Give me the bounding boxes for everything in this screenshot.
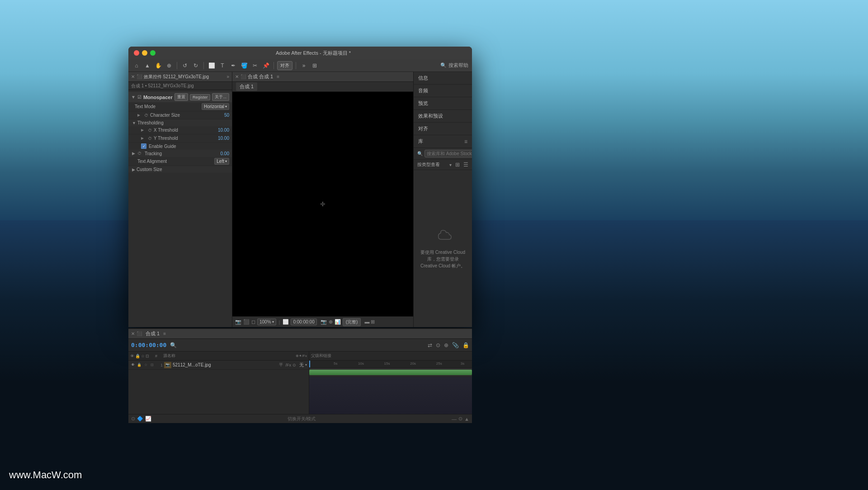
text-tool-icon[interactable]: T [218, 61, 227, 70]
panel-menu-icon[interactable]: » [226, 74, 229, 79]
library-search-input[interactable] [425, 150, 472, 157]
effect-controls-title: 效果控件 52112_MYGx3oTE.jpg [144, 74, 225, 80]
tracking-label: Tracking [145, 151, 162, 156]
ruler-25s: 25s [436, 362, 442, 366]
paint-tool-icon[interactable]: 🪣 [240, 61, 249, 70]
tracking-value[interactable]: 0.00 [221, 151, 229, 156]
library-search-area: 🔍 [414, 148, 472, 160]
y-thresh-expand[interactable]: ▶ [141, 136, 146, 140]
char-size-expand[interactable]: ▶ [137, 113, 142, 117]
ruler-5s: 5s [334, 362, 337, 366]
layer-1-track-bar[interactable] [309, 370, 472, 375]
minimize-button[interactable] [142, 50, 147, 56]
align-button[interactable]: 对齐 [277, 61, 292, 70]
plugin-reset-btn[interactable]: 重置 [175, 93, 188, 101]
x-thresh-expand[interactable]: ▶ [141, 128, 146, 132]
pin-tool-icon[interactable]: 📌 [261, 61, 270, 70]
plugin-about-btn[interactable]: 关于... [212, 93, 229, 101]
comp-footer-frame-icon: ⬜ [283, 319, 289, 325]
creative-cloud-icon [434, 228, 452, 245]
x-threshold-value[interactable]: 10.00 [218, 128, 229, 133]
enable-guide-checkbox[interactable]: ✓ [141, 143, 146, 149]
graph-editor-icon[interactable]: 📈 [145, 416, 151, 422]
undo-icon[interactable]: ↺ [180, 61, 189, 70]
toggle-switches-label[interactable]: 切换开关/模式 [288, 416, 316, 422]
close-button[interactable] [134, 50, 139, 56]
tl-ctrl-2[interactable]: ⊙ [436, 342, 440, 348]
preview-panel-item[interactable]: 预览 [414, 97, 472, 110]
plugin-check-icon[interactable]: ☑ [137, 95, 142, 100]
hand-tool-icon[interactable]: ✋ [154, 61, 163, 70]
playhead-indicator [309, 361, 310, 367]
info-panel-item[interactable]: 信息 [414, 72, 472, 85]
frame-blend-icon[interactable]: 🔷 [137, 416, 143, 422]
zoom-slider-icon[interactable]: ⊙ [458, 416, 462, 422]
view-type-label: 按类型查看 [417, 162, 448, 168]
panel-collapse-icon[interactable]: ⬛ [137, 74, 142, 79]
tl-ctrl-3[interactable]: ⊕ [444, 342, 448, 348]
view-chevron-icon[interactable]: ▾ [449, 162, 452, 167]
grid-view-icon[interactable]: ⊞ [455, 162, 460, 168]
col-lock-icon: 🔒 [135, 354, 140, 358]
timeline-controls: 0:00:00:00 🔍 ⇄ ⊙ ⊕ 📎 🔒 [128, 339, 472, 352]
text-mode-label: Text Mode [135, 104, 202, 109]
alignment-chevron-icon: ▾ [225, 159, 227, 163]
zoom-tool-icon[interactable]: ⊕ [165, 61, 174, 70]
maximize-button[interactable] [150, 50, 156, 56]
layer-lock-icon[interactable]: 🔒 [137, 362, 142, 368]
plugin-register-btn[interactable]: Register [190, 94, 211, 100]
composition-viewport[interactable]: ✛ [232, 92, 413, 316]
pen-tool-icon[interactable]: ✒ [229, 61, 238, 70]
effects-presets-item[interactable]: 效果和预设 [414, 110, 472, 123]
timeline-tracks: 5s 10s 15s 20s 25s 3s [309, 361, 472, 414]
text-mode-dropdown[interactable]: Horizontal ▾ [202, 103, 229, 110]
align-panel-item[interactable]: 对齐 [414, 123, 472, 135]
zoom-in-icon[interactable]: ▲ [464, 416, 469, 422]
motion-blur-icon[interactable]: ⊙ [131, 416, 135, 422]
tl-ctrl-4[interactable]: 📎 [452, 342, 459, 348]
visibility-eye-icon[interactable]: 👁 [130, 362, 136, 368]
layer-render-icon[interactable]: ⊡ [149, 362, 155, 368]
list-view-icon[interactable]: ☰ [463, 162, 468, 168]
text-mode-value: Horizontal [204, 104, 224, 109]
character-size-value[interactable]: 50 [224, 113, 229, 118]
timecode-dropdown[interactable]: 0:00:00:00 [291, 319, 316, 325]
thresholding-expand[interactable]: ▼ [132, 121, 136, 125]
search-layer-icon[interactable]: 🔍 [170, 342, 177, 348]
text-mode-row: Text Mode Horizontal ▾ [128, 102, 232, 111]
watermark: www.MacW.com [9, 469, 82, 481]
library-menu-icon[interactable]: ≡ [464, 138, 467, 145]
layer-solo-icon[interactable]: ☆ [143, 362, 148, 368]
tl-ctrl-1[interactable]: ⇄ [428, 342, 432, 348]
custom-size-expand[interactable]: ▶ [132, 167, 135, 172]
parent-chevron-icon[interactable]: ▾ [305, 363, 307, 367]
ruler-15s: 15s [384, 362, 390, 366]
x-threshold-label: X Threshold [154, 128, 218, 133]
workspace-icon[interactable]: ⊞ [310, 61, 319, 70]
home-icon[interactable]: ⌂ [132, 61, 141, 70]
timeline-eq-icon: ≡ [163, 331, 166, 336]
comp-panel-close[interactable]: ✕ [235, 74, 239, 79]
composition-panel: ✕ ⬛ 合成 合成 1 ≡ 合成 1 ✛ 📷 ⬛ ◻ 100% ▾ [232, 72, 413, 327]
more-tools-icon[interactable]: » [299, 61, 308, 70]
zoom-dropdown[interactable]: 100% ▾ [257, 319, 276, 325]
roto-tool-icon[interactable]: ✂ [250, 61, 259, 70]
y-threshold-value[interactable]: 10.00 [218, 136, 229, 141]
redo-icon[interactable]: ↻ [191, 61, 200, 70]
current-timecode[interactable]: 0:00:00:00 [131, 342, 166, 348]
timeline-close[interactable]: ✕ [131, 331, 135, 336]
tl-ctrl-5[interactable]: 🔒 [462, 342, 469, 348]
select-tool-icon[interactable]: ▲ [143, 61, 152, 70]
main-content-area: ✕ ⬛ 效果控件 52112_MYGx3oTE.jpg » 合成 1 • 521… [128, 72, 472, 327]
plugin-expand-icon[interactable]: ▼ [131, 95, 136, 100]
layer-parent-value[interactable]: 无 [299, 362, 304, 368]
library-panel-item[interactable]: 库 ≡ [414, 135, 472, 148]
audio-panel-item[interactable]: 音频 [414, 85, 472, 97]
panel-close-btn[interactable]: ✕ [131, 74, 135, 79]
zoom-chevron-icon: ▾ [272, 320, 274, 324]
zoom-out-icon[interactable]: — [452, 416, 457, 422]
ruler-10s: 10s [358, 362, 364, 366]
shape-tool-icon[interactable]: ⬜ [207, 61, 216, 70]
tracking-expand[interactable]: ▶ [132, 151, 135, 156]
text-alignment-dropdown[interactable]: Left ▾ [214, 158, 229, 165]
